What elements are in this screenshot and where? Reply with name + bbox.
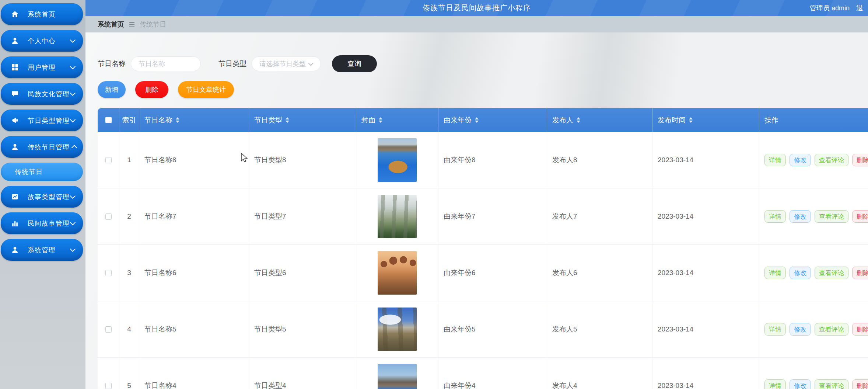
logout-link[interactable]: 退 <box>856 4 863 13</box>
edit-note-icon <box>11 193 19 201</box>
detail-button[interactable]: 详情 <box>764 210 786 223</box>
detail-button[interactable]: 详情 <box>764 379 786 389</box>
edit-button[interactable]: 修改 <box>790 267 811 279</box>
sidebar-item-festival-types[interactable]: 节日类型管理 <box>1 110 83 131</box>
column-header-publisher[interactable]: 发布人 <box>547 108 652 132</box>
cell-festival-name: 节日名称6 <box>139 245 249 301</box>
cell-publish-time: 2023-03-14 <box>652 245 759 301</box>
delete-button[interactable]: 删除 <box>135 81 168 98</box>
sidebar-item-profile[interactable]: 个人中心 <box>1 30 83 52</box>
row-delete-button[interactable]: 删除 <box>852 379 868 389</box>
row-checkbox[interactable] <box>105 213 112 220</box>
column-header-origin-year[interactable]: 由来年份 <box>438 108 547 132</box>
row-delete-button[interactable]: 删除 <box>852 323 868 336</box>
row-checkbox[interactable] <box>105 270 112 276</box>
edit-button[interactable]: 修改 <box>790 154 811 166</box>
user-icon <box>11 143 19 151</box>
add-button[interactable]: 新增 <box>98 81 126 98</box>
view-comments-button[interactable]: 查看评论 <box>815 323 848 336</box>
cell-festival-type: 节日类型7 <box>249 188 356 244</box>
app-title: 傣族节日及民间故事推广小程序 <box>85 3 868 13</box>
select-all-checkbox[interactable] <box>105 117 112 123</box>
main-content: 节日名称 节日类型 请选择节日类型 查询 新增 删除 节日文章统计 索引 节日名… <box>85 32 868 389</box>
festival-type-select-placeholder: 请选择节日类型 <box>259 59 306 68</box>
view-comments-button[interactable]: 查看评论 <box>815 154 848 166</box>
chevron-up-icon <box>71 145 77 151</box>
festival-article-stats-button[interactable]: 节日文章统计 <box>178 81 234 98</box>
edit-button[interactable]: 修改 <box>790 210 811 223</box>
sidebar-item-users[interactable]: 用户管理 <box>1 56 83 78</box>
sidebar-item-traditional-festivals[interactable]: 传统节日管理 <box>1 136 83 158</box>
table-header-row: 索引 节日名称 节日类型 封面 由来年份 发布人 发布时间 操作 <box>98 108 868 132</box>
view-comments-button[interactable]: 查看评论 <box>815 210 848 223</box>
user-icon <box>11 37 19 45</box>
row-checkbox[interactable] <box>105 157 112 163</box>
cell-index: 4 <box>119 301 139 357</box>
edit-button[interactable]: 修改 <box>790 323 811 336</box>
user-icon <box>11 246 19 254</box>
cell-index: 3 <box>119 245 139 301</box>
cell-publish-time: 2023-03-14 <box>652 188 759 244</box>
detail-button[interactable]: 详情 <box>764 154 786 166</box>
cell-publish-time: 2023-03-14 <box>652 132 759 188</box>
column-header-type[interactable]: 节日类型 <box>249 108 356 132</box>
current-user-label: 管理员 admin <box>810 4 850 13</box>
sort-carets-icon <box>176 117 179 123</box>
sort-carets-icon <box>379 117 382 123</box>
festival-name-input[interactable] <box>131 56 201 71</box>
cell-origin-year: 由来年份4 <box>438 358 547 389</box>
row-delete-button[interactable]: 删除 <box>852 210 868 223</box>
home-icon <box>11 10 19 18</box>
cell-publisher: 发布人5 <box>547 301 652 357</box>
cover-image <box>378 138 417 182</box>
column-header-cover[interactable]: 封面 <box>356 108 438 132</box>
sidebar-item-culture[interactable]: 民族文化管理 <box>1 83 83 105</box>
chat-icon <box>11 90 19 98</box>
sidebar-item-label: 个人中心 <box>28 37 71 45</box>
sidebar-item-label: 系统管理 <box>28 246 71 254</box>
toolbar: 新增 删除 节日文章统计 <box>98 81 234 98</box>
view-comments-button[interactable]: 查看评论 <box>815 379 848 389</box>
edit-button[interactable]: 修改 <box>790 379 811 389</box>
row-delete-button[interactable]: 删除 <box>852 267 868 279</box>
cell-publisher: 发布人8 <box>547 132 652 188</box>
view-comments-button[interactable]: 查看评论 <box>815 267 848 279</box>
sidebar-item-system[interactable]: 系统管理 <box>1 239 83 261</box>
query-button[interactable]: 查询 <box>332 55 377 72</box>
festival-name-label: 节日名称 <box>98 59 126 69</box>
table-row: 4 节日名称5 节日类型5 由来年份5 发布人5 2023-03-14 详情 修… <box>98 301 868 358</box>
festival-table: 索引 节日名称 节日类型 封面 由来年份 发布人 发布时间 操作 1 节日名称8… <box>98 108 868 389</box>
cover-image <box>378 195 417 238</box>
megaphone-icon <box>11 117 19 124</box>
cell-festival-name: 节日名称4 <box>139 358 249 389</box>
row-checkbox[interactable] <box>105 383 112 389</box>
sort-carets-icon <box>286 117 289 123</box>
sort-carets-icon <box>577 117 580 123</box>
breadcrumb-home[interactable]: 系统首页 <box>98 20 124 29</box>
column-header-name[interactable]: 节日名称 <box>139 108 249 132</box>
sidebar-item-home[interactable]: 系统首页 <box>1 3 83 25</box>
sidebar-subitem-label: 传统节日 <box>15 167 43 176</box>
row-delete-button[interactable]: 删除 <box>852 154 868 166</box>
festival-type-label: 节日类型 <box>218 59 246 69</box>
sidebar-item-folk-stories[interactable]: 民间故事管理 <box>1 212 83 234</box>
chevron-down-icon <box>308 61 314 66</box>
sidebar-item-story-types[interactable]: 故事类型管理 <box>1 186 83 208</box>
row-checkbox[interactable] <box>105 326 112 333</box>
cell-festival-type: 节日类型6 <box>249 245 356 301</box>
cell-origin-year: 由来年份8 <box>438 132 547 188</box>
cell-festival-type: 节日类型8 <box>249 132 356 188</box>
detail-button[interactable]: 详情 <box>764 323 786 336</box>
festival-type-select[interactable]: 请选择节日类型 <box>252 56 321 71</box>
cell-index: 2 <box>119 188 139 244</box>
select-all-header <box>98 108 119 132</box>
cell-origin-year: 由来年份5 <box>438 301 547 357</box>
column-header-index: 索引 <box>119 108 139 132</box>
column-header-publish-time[interactable]: 发布时间 <box>652 108 759 132</box>
sidebar-item-label: 民族文化管理 <box>28 90 71 98</box>
table-row: 3 节日名称6 节日类型6 由来年份6 发布人6 2023-03-14 详情 修… <box>98 245 868 301</box>
detail-button[interactable]: 详情 <box>764 267 786 279</box>
sidebar-subitem-traditional-festival-active[interactable]: 传统节日 <box>1 163 83 181</box>
cell-publisher: 发布人4 <box>547 358 652 389</box>
cell-festival-name: 节日名称7 <box>139 188 249 244</box>
